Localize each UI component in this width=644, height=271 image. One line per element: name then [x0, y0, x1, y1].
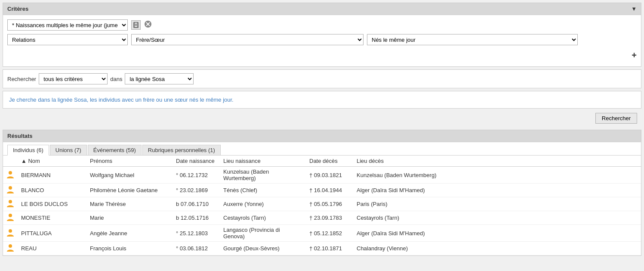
- person-icon: [6, 243, 14, 252]
- criteres-section: Critères ▼ * Naissances multiples le mêm…: [3, 3, 641, 67]
- save-criterion-button[interactable]: [131, 20, 141, 30]
- add-row: +: [7, 49, 637, 62]
- table-row[interactable]: LE BOIS DUCLOSMarie Thérèseb 07.06.1710A…: [3, 197, 641, 211]
- add-criterion-button[interactable]: +: [632, 50, 637, 60]
- lieu-naissance-cell: Cestayrols (Tarn): [220, 211, 306, 225]
- table-row[interactable]: BLANCOPhilomène Léonie Gaetane° 23.02.18…: [3, 184, 641, 197]
- lignee-select[interactable]: la lignée Sosa: [125, 73, 194, 84]
- nom-cell: MONESTIE: [18, 211, 86, 225]
- lieu-naissance-cell: Auxerre (Yonne): [220, 197, 306, 211]
- person-icon: [6, 213, 14, 221]
- col-header-lieu-deces: Lieu décès: [353, 156, 641, 167]
- date-naissance-cell: ° 06.12.1732: [173, 167, 220, 184]
- lieu-deces-cell: Paris (Paris): [353, 197, 641, 211]
- date-deces-cell: † 09.03.1821: [306, 167, 353, 184]
- dans-label: dans: [110, 76, 122, 82]
- lieu-deces-cell: Cestayrols (Tarn): [353, 211, 641, 225]
- description-box: Je cherche dans la lignée Sosa, les indi…: [3, 91, 641, 109]
- tab-evenements[interactable]: Événements (59): [88, 145, 142, 155]
- nom-cell: LE BOIS DUCLOS: [18, 197, 86, 211]
- naissance-condition-select[interactable]: Nés le même jour: [367, 34, 578, 45]
- person-icon-cell: [3, 225, 18, 242]
- lieu-naissance-cell: Kunzelsau (Baden Wurtemberg): [220, 167, 306, 184]
- lieu-deces-cell: Alger (Daïra Sidi M'Hamed): [353, 225, 641, 242]
- date-naissance-cell: ° 25.12.1803: [173, 225, 220, 242]
- col-header-icon: [3, 156, 18, 167]
- table-header-row: ▲ Nom Prénoms Date naissance Lieu naissa…: [3, 156, 641, 167]
- svg-point-8: [9, 200, 12, 203]
- svg-point-7: [9, 186, 12, 190]
- tab-unions[interactable]: Unions (7): [50, 145, 87, 155]
- date-deces-cell: † 05.05.1796: [306, 197, 353, 211]
- sort-arrow: ▲: [21, 158, 28, 164]
- lieu-deces-cell: Kunzelsau (Baden Wurtemberg): [353, 167, 641, 184]
- lieu-naissance-cell: Langasco (Provincia di Genova): [220, 225, 306, 242]
- type-select[interactable]: Frère/Sœur: [131, 34, 364, 45]
- date-naissance-cell: ° 23.02.1869: [173, 184, 220, 197]
- person-icon-cell: [3, 211, 18, 225]
- lieu-naissance-cell: Ténès (Chlef): [220, 184, 306, 197]
- nom-cell: PITTALUGA: [18, 225, 86, 242]
- lieu-deces-cell: Chalandray (Vienne): [353, 242, 641, 255]
- date-deces-cell: † 02.10.1871: [306, 242, 353, 255]
- search-row: Rechercher tous les critères dans la lig…: [3, 69, 641, 88]
- person-icon-cell: [3, 167, 18, 184]
- date-naissance-cell: ° 03.06.1812: [173, 242, 220, 255]
- person-icon-cell: [3, 197, 18, 211]
- rechercher-button[interactable]: Rechercher: [595, 113, 637, 124]
- collapse-icon[interactable]: ▼: [631, 6, 637, 12]
- criteres-header: Critères ▼: [3, 3, 641, 15]
- person-icon: [6, 170, 14, 179]
- svg-point-11: [9, 244, 12, 248]
- col-header-date-deces: Date décès: [306, 156, 353, 167]
- table-row[interactable]: MONESTIEMarieb 12.05.1716Cestayrols (Tar…: [3, 211, 641, 225]
- date-naissance-cell: b 07.06.1710: [173, 197, 220, 211]
- person-icon: [6, 185, 14, 194]
- description-text: Je cherche dans la lignée Sosa, les indi…: [9, 97, 234, 103]
- svg-rect-1: [135, 22, 138, 25]
- criterion-row: * Naissances multiples le même jour (jum…: [7, 19, 637, 31]
- person-icon-cell: [3, 242, 18, 255]
- criteres-title: Critères: [7, 6, 28, 12]
- prenoms-cell: Marie Thérèse: [86, 197, 173, 211]
- results-table: ▲ Nom Prénoms Date naissance Lieu naissa…: [3, 156, 641, 255]
- person-icon-cell: [3, 184, 18, 197]
- prenoms-cell: Angèle Jeanne: [86, 225, 173, 242]
- col-header-nom[interactable]: ▲ Nom: [18, 156, 86, 167]
- rechercher-label: Rechercher: [7, 76, 36, 82]
- table-row[interactable]: BIERMANNWolfgang Michael° 06.12.1732Kunz…: [3, 167, 641, 184]
- result-tabs: Individus (6) Unions (7) Événements (59)…: [3, 142, 641, 156]
- col-header-lieu-naissance: Lieu naissance: [220, 156, 306, 167]
- date-naissance-cell: b 12.05.1716: [173, 211, 220, 225]
- table-row[interactable]: REAUFrançois Louis° 03.06.1812Gourgé (De…: [3, 242, 641, 255]
- lieu-naissance-cell: Gourgé (Deux-Sèvres): [220, 242, 306, 255]
- svg-rect-2: [135, 25, 138, 27]
- resultats-section: Résultats Individus (6) Unions (7) Événe…: [3, 130, 641, 256]
- col-header-date-naissance: Date naissance: [173, 156, 220, 167]
- prenoms-cell: Marie: [86, 211, 173, 225]
- table-row[interactable]: PITTALUGAAngèle Jeanne° 25.12.1803Langas…: [3, 225, 641, 242]
- criterion-select[interactable]: * Naissances multiples le même jour (jum…: [7, 19, 128, 31]
- person-icon: [6, 228, 14, 237]
- remove-criterion-button[interactable]: [144, 20, 152, 30]
- resultats-header: Résultats: [3, 130, 641, 142]
- tab-rubriques[interactable]: Rubriques personnelles (1): [142, 145, 221, 155]
- relations-select[interactable]: Relations: [7, 34, 128, 45]
- tab-individus[interactable]: Individus (6): [7, 145, 49, 156]
- nom-cell: REAU: [18, 242, 86, 255]
- svg-point-6: [9, 171, 12, 174]
- criteres-mode-select[interactable]: tous les critères: [39, 73, 108, 84]
- nom-cell: BIERMANN: [18, 167, 86, 184]
- svg-point-9: [9, 214, 12, 217]
- results-tbody: BIERMANNWolfgang Michael° 06.12.1732Kunz…: [3, 167, 641, 255]
- date-deces-cell: † 16.04.1944: [306, 184, 353, 197]
- lieu-deces-cell: Alger (Daïra Sidi M'Hamed): [353, 184, 641, 197]
- prenoms-cell: François Louis: [86, 242, 173, 255]
- prenoms-cell: Philomène Léonie Gaetane: [86, 184, 173, 197]
- col-header-prenoms: Prénoms: [86, 156, 173, 167]
- prenoms-cell: Wolfgang Michael: [86, 167, 173, 184]
- condition-row: Relations Frère/Sœur Nés le même jour: [7, 34, 637, 45]
- criteres-body: * Naissances multiples le même jour (jum…: [3, 15, 641, 66]
- svg-point-10: [9, 229, 12, 233]
- rechercher-row: Rechercher: [3, 111, 641, 127]
